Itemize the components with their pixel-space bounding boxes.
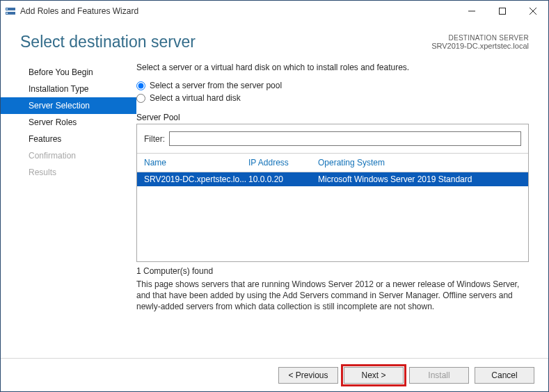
server-pool-rows: SRV2019-DC.xpertstec.lo... 10.0.0.20 Mic…: [137, 172, 528, 261]
cancel-button[interactable]: Cancel: [475, 367, 534, 384]
wizard-body: Before You Begin Installation Type Serve…: [1, 54, 548, 358]
previous-button[interactable]: < Previous: [278, 367, 338, 384]
server-row-name: SRV2019-DC.xpertstec.lo...: [144, 174, 248, 184]
destination-server-box: DESTINATION SERVER SRV2019-DC.xpertstec.…: [431, 34, 529, 50]
minimize-button[interactable]: [456, 1, 487, 22]
intro-text: Select a server or a virtual hard disk o…: [136, 63, 529, 72]
nav-server-selection[interactable]: Server Selection: [1, 97, 136, 114]
titlebar: Add Roles and Features Wizard: [1, 1, 548, 22]
server-pool-header: Name IP Address Operating System: [137, 153, 528, 172]
nav-before-you-begin[interactable]: Before You Begin: [1, 64, 136, 81]
wizard-main: Select a server or a virtual hard disk o…: [136, 60, 529, 358]
radio-vhd-input[interactable]: [136, 94, 145, 103]
window-title: Add Roles and Features Wizard: [20, 6, 138, 16]
svg-rect-2: [6, 8, 8, 10]
next-button[interactable]: Next >: [344, 367, 404, 384]
server-pool-heading: Server Pool: [136, 113, 529, 122]
server-row-os: Microsoft Windows Server 2019 Standard: [318, 174, 521, 184]
radio-server-pool-label: Select a server from the server pool: [150, 81, 282, 90]
server-manager-icon: [5, 6, 16, 17]
radio-server-pool-input[interactable]: [136, 81, 145, 90]
col-header-ip[interactable]: IP Address: [248, 158, 318, 168]
nav-installation-type[interactable]: Installation Type: [1, 81, 136, 97]
radio-server-pool[interactable]: Select a server from the server pool: [136, 81, 529, 90]
radio-vhd-label: Select a virtual hard disk: [150, 93, 241, 103]
radio-vhd[interactable]: Select a virtual hard disk: [136, 93, 529, 103]
nav-server-roles[interactable]: Server Roles: [1, 114, 136, 131]
filter-row: Filter:: [137, 124, 528, 153]
close-button[interactable]: [518, 1, 548, 22]
page-title: Select destination server: [20, 33, 431, 51]
svg-rect-5: [500, 8, 506, 15]
destination-label: DESTINATION SERVER: [431, 34, 529, 42]
wizard-window: Add Roles and Features Wizard Select des…: [0, 0, 549, 392]
filter-input[interactable]: [169, 131, 521, 146]
col-header-name[interactable]: Name: [144, 158, 248, 168]
computers-found: 1 Computer(s) found: [136, 266, 529, 276]
nav-results: Results: [1, 164, 136, 181]
nav-features[interactable]: Features: [1, 131, 136, 147]
install-button: Install: [409, 367, 469, 384]
help-text: This page shows servers that are running…: [136, 279, 529, 313]
wizard-nav: Before You Begin Installation Type Serve…: [1, 60, 136, 358]
server-pool-box: Filter: Name IP Address Operating System…: [136, 124, 529, 262]
col-header-os[interactable]: Operating System: [318, 158, 521, 168]
maximize-button[interactable]: [487, 1, 518, 22]
wizard-footer: < Previous Next > Install Cancel: [1, 358, 548, 391]
wizard-header: Select destination server DESTINATION SE…: [1, 22, 548, 54]
nav-confirmation: Confirmation: [1, 147, 136, 164]
svg-rect-3: [6, 13, 8, 14]
server-row[interactable]: SRV2019-DC.xpertstec.lo... 10.0.0.20 Mic…: [137, 172, 528, 186]
filter-label: Filter:: [144, 134, 165, 144]
destination-value: SRV2019-DC.xpertstec.local: [431, 42, 529, 50]
server-row-ip: 10.0.0.20: [248, 174, 318, 184]
